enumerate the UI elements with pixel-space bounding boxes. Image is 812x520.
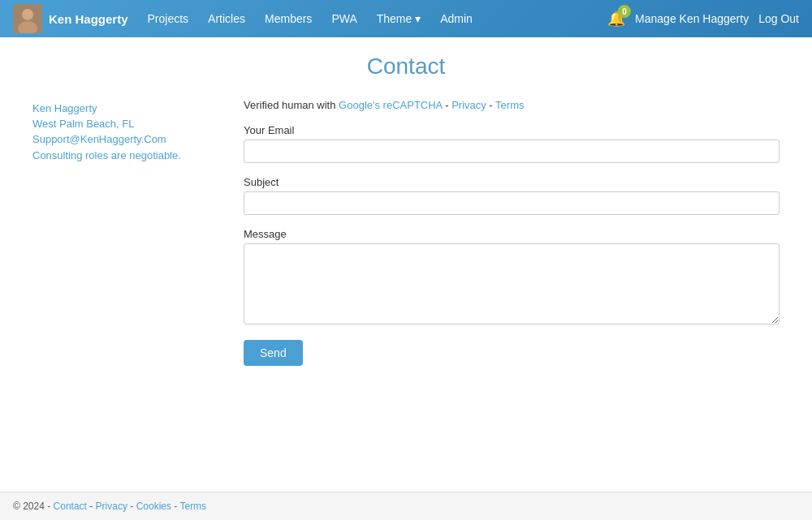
- email-group: Your Email: [244, 124, 780, 163]
- avatar: [13, 4, 42, 33]
- footer-copyright: © 2024 -: [13, 501, 50, 512]
- email-label: Your Email: [244, 124, 780, 136]
- subject-group: Subject: [244, 176, 780, 215]
- brand-name: Ken Haggerty: [49, 12, 128, 26]
- separator1: -: [443, 99, 452, 111]
- navbar-right: 🔔 0 Manage Ken Haggerty Log Out: [607, 10, 799, 28]
- separator2: -: [486, 99, 495, 111]
- footer-sep2: -: [130, 501, 136, 512]
- footer-cookies-link[interactable]: Cookies: [136, 501, 171, 512]
- nav-members[interactable]: Members: [258, 9, 318, 28]
- sidebar-location-link[interactable]: West Palm Beach, FL: [32, 118, 211, 130]
- svg-point-1: [22, 9, 33, 20]
- nav-projects[interactable]: Projects: [141, 9, 196, 28]
- terms-link-form[interactable]: Terms: [495, 99, 524, 111]
- message-textarea[interactable]: [244, 243, 780, 324]
- recaptcha-link[interactable]: Google's reCAPTCHA: [339, 99, 442, 111]
- recaptcha-prefix: Verified human with: [244, 99, 339, 111]
- footer-terms-link[interactable]: Terms: [179, 501, 206, 512]
- contact-layout: Ken Haggerty West Palm Beach, FL Support…: [32, 99, 780, 366]
- email-input[interactable]: [244, 140, 780, 163]
- notification-badge: 0: [618, 5, 631, 18]
- footer-contact-link[interactable]: Contact: [54, 501, 87, 512]
- message-group: Message: [244, 228, 780, 327]
- send-button[interactable]: Send: [244, 340, 303, 366]
- privacy-link-form[interactable]: Privacy: [451, 99, 486, 111]
- sidebar-note: Consulting roles are negotiable.: [32, 149, 181, 161]
- subject-label: Subject: [244, 176, 780, 188]
- sidebar-name-link[interactable]: Ken Haggerty: [32, 102, 211, 114]
- footer-sep1: -: [89, 501, 95, 512]
- contact-sidebar: Ken Haggerty West Palm Beach, FL Support…: [32, 99, 211, 366]
- page-title: Contact: [32, 54, 780, 80]
- nav-admin[interactable]: Admin: [434, 9, 479, 28]
- nav-theme-btn[interactable]: Theme ▾: [370, 9, 427, 28]
- sidebar-email-link[interactable]: Support@KenHaggerty.Com: [32, 133, 211, 145]
- nav-pwa[interactable]: PWA: [325, 9, 363, 28]
- subject-input[interactable]: [244, 191, 780, 215]
- brand-link[interactable]: Ken Haggerty: [13, 4, 128, 33]
- navbar: Ken Haggerty Projects Articles Members P…: [0, 0, 812, 37]
- footer-privacy-link[interactable]: Privacy: [96, 501, 127, 512]
- message-label: Message: [244, 228, 780, 240]
- nav-theme-dropdown[interactable]: Theme ▾: [370, 9, 427, 28]
- recaptcha-note: Verified human with Google's reCAPTCHA -…: [244, 99, 780, 111]
- notifications-bell[interactable]: 🔔 0: [607, 10, 625, 28]
- nav-articles[interactable]: Articles: [201, 9, 252, 28]
- contact-form-area: Verified human with Google's reCAPTCHA -…: [244, 99, 780, 366]
- logout-link[interactable]: Log Out: [758, 12, 799, 25]
- footer: © 2024 - Contact - Privacy - Cookies - T…: [0, 492, 812, 520]
- manage-link[interactable]: Manage Ken Haggerty: [635, 12, 749, 25]
- main-content: Contact Ken Haggerty West Palm Beach, FL…: [0, 37, 812, 492]
